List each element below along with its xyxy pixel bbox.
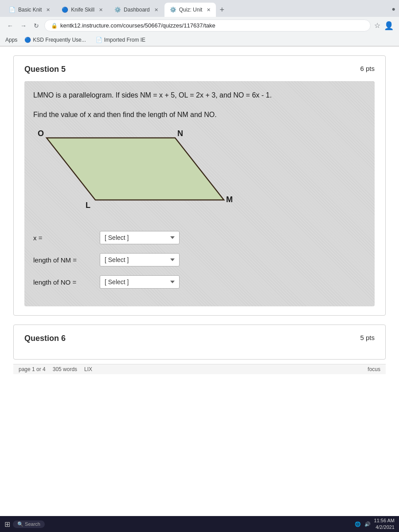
vertex-O-label: O (38, 129, 44, 138)
parallelogram-svg: O N M L (33, 129, 255, 218)
apps-label: Apps (5, 37, 17, 43)
page-info: page 1 or 4 (19, 366, 46, 372)
taskbar-date-display: 4/2/2021 (374, 524, 395, 531)
question-5-header: Question 5 6 pts (24, 65, 375, 74)
bookmark-imported[interactable]: 📄 Imported From IE (93, 36, 148, 44)
vertex-M-label: M (226, 195, 233, 204)
bookmark-ksd-label: KSD Frequently Use... (33, 37, 86, 43)
taskbar-left: ⊞ 🔍 Search (4, 520, 45, 528)
url-bar[interactable]: 🔒 kentk12.instructure.com/courses/50667/… (44, 20, 371, 31)
question-5-body: LMNO is a parallelogram. If sides NM = x… (24, 81, 375, 306)
tab-basic-knit[interactable]: 📄 Basic Knit ✕ (4, 3, 55, 17)
back-button[interactable]: ← (5, 20, 15, 31)
taskbar: ⊞ 🔍 Search 🌐 🔊 11:56 AM 4/2/2021 (0, 516, 399, 532)
bookmark-imported-label: Imported From IE (104, 37, 145, 43)
reload-button[interactable]: ↻ (32, 20, 41, 31)
question-6-header: Question 6 5 pts (24, 334, 375, 343)
search-bar-taskbar[interactable]: 🔍 Search (13, 520, 45, 528)
bottom-bar: page 1 or 4 305 words LIX focus (13, 364, 386, 374)
question-5-card: Question 5 6 pts LMNO is a parallelogram… (13, 55, 386, 316)
no-select-row: length of NO = [ Select ] 7 11 23 47 (33, 275, 366, 289)
tab-close-3[interactable]: ✕ (154, 7, 158, 13)
network-icon: 🌐 (355, 521, 361, 527)
nm-select-dropdown[interactable]: [ Select ] 7 9 13 17 (100, 253, 180, 266)
tab-label-4: Quiz: Unit (179, 7, 203, 13)
tab-favicon-4: ⚙️ (170, 7, 176, 13)
x-select-row: x = [ Select ] 1 2 4 8 (33, 231, 366, 244)
bookmark-ksd-icon: 🔵 (24, 37, 31, 43)
tab-dashboard[interactable]: ⚙️ Dashboard ✕ (109, 3, 164, 17)
taskbar-time-display: 11:56 AM (374, 517, 395, 524)
svg-marker-0 (47, 138, 224, 200)
selects-area: x = [ Select ] 1 2 4 8 length of NM = [ … (33, 231, 366, 289)
question-5-text-line2: Find the value of x and then find the le… (33, 110, 366, 120)
diagram-container: O N M L (33, 129, 366, 218)
no-select-dropdown[interactable]: [ Select ] 7 11 23 47 (100, 275, 180, 289)
tab-favicon-3: ⚙️ (114, 7, 121, 13)
question-5-title: Question 5 (24, 65, 66, 74)
vertex-L-label: L (86, 201, 90, 210)
profile-icon[interactable]: 👤 (384, 21, 394, 31)
lock-icon: 🔒 (51, 23, 58, 29)
bookmarks-bar: Apps 🔵 KSD Frequently Use... 📄 Imported … (0, 34, 399, 46)
nm-select-row: length of NM = [ Select ] 7 9 13 17 (33, 253, 366, 266)
bookmark-ksd[interactable]: 🔵 KSD Frequently Use... (22, 36, 88, 44)
address-bar: ← → ↻ 🔒 kentk12.instructure.com/courses/… (0, 17, 399, 34)
browser-chrome: 📄 Basic Knit ✕ 🔵 Knife Skill ✕ ⚙️ Dashbo… (0, 0, 399, 47)
tab-label-3: Dashboard (124, 7, 150, 13)
start-icon[interactable]: ⊞ (4, 520, 10, 528)
nm-select-label: length of NM = (33, 256, 95, 264)
forward-button[interactable]: → (19, 20, 28, 31)
lix-mode: LIX (84, 366, 92, 372)
bookmark-imported-icon: 📄 (96, 37, 102, 43)
tab-knife-skill[interactable]: 🔵 Knife Skill ✕ (56, 3, 108, 17)
tab-close-2[interactable]: ✕ (99, 7, 103, 13)
tab-bar: 📄 Basic Knit ✕ 🔵 Knife Skill ✕ ⚙️ Dashbo… (0, 0, 399, 17)
tab-quiz[interactable]: ⚙️ Quiz: Unit ✕ (164, 3, 216, 17)
vertex-N-label: N (177, 129, 183, 138)
bookmark-star-icon[interactable]: ☆ (374, 21, 380, 30)
tab-close-4[interactable]: ✕ (207, 7, 211, 13)
question-6-card: Question 6 5 pts (13, 325, 386, 360)
new-tab-button[interactable]: + (217, 6, 227, 14)
tab-favicon-2: 🔵 (62, 7, 68, 13)
taskbar-icons: 🌐 🔊 (355, 521, 371, 527)
page-content: Question 5 6 pts LMNO is a parallelogram… (0, 47, 399, 383)
no-select-label: length of NO = (33, 278, 95, 286)
question-5-text-line1: LMNO is a parallelogram. If sides NM = x… (33, 90, 366, 101)
tab-label-1: Basic Knit (18, 7, 42, 13)
word-count: 305 words (53, 366, 77, 372)
url-text: kentk12.instructure.com/courses/50667/qu… (60, 22, 215, 29)
tab-close-1[interactable]: ✕ (46, 7, 50, 13)
taskbar-right: 🌐 🔊 11:56 AM 4/2/2021 (355, 517, 395, 531)
taskbar-clock: 11:56 AM 4/2/2021 (374, 517, 395, 531)
volume-icon: 🔊 (364, 521, 371, 527)
x-select-label: x = (33, 234, 95, 242)
question-6-pts: 5 pts (360, 334, 375, 341)
question-5-pts: 6 pts (360, 65, 375, 72)
tab-label-2: Knife Skill (71, 7, 94, 13)
question-6-title: Question 6 (24, 334, 66, 343)
focus-label: focus (368, 366, 380, 372)
minimize-icon: ● (392, 5, 395, 12)
x-select-dropdown[interactable]: [ Select ] 1 2 4 8 (100, 231, 180, 244)
tab-favicon-1: 📄 (9, 7, 16, 13)
